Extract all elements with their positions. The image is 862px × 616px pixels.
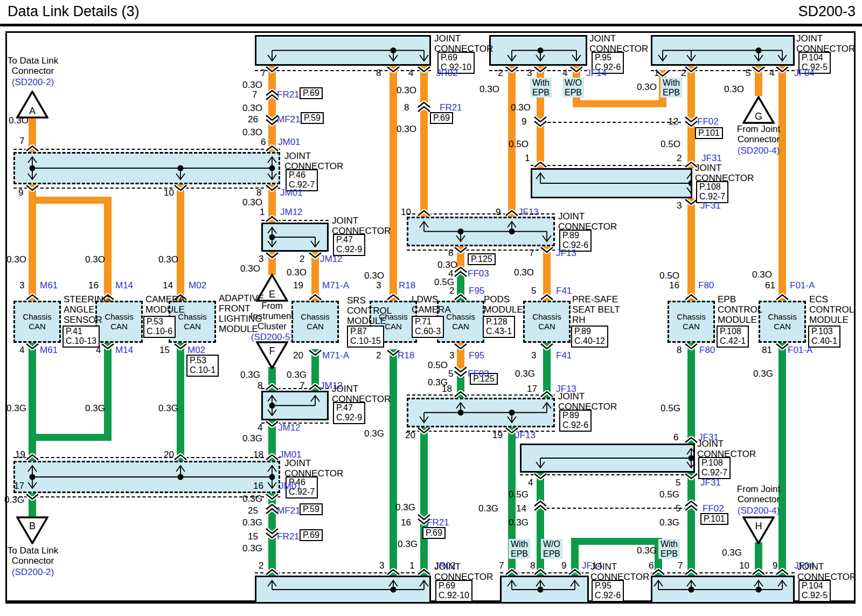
wire-vertical (104, 343, 112, 441)
pin-arrow (505, 209, 519, 217)
module-box: Chassis CAN (13, 301, 61, 343)
label: JOINT CONNECTOR (558, 391, 617, 412)
page-ref: P.108 C.92-7 (696, 181, 728, 203)
joint-connector-box (651, 35, 795, 66)
page-ref: P.69 (300, 87, 323, 99)
label: 7 (252, 89, 257, 100)
label: 0.3G (242, 517, 262, 528)
label: (SD200-2) (3, 77, 63, 87)
label: 9 (773, 560, 777, 571)
dashed-line (651, 572, 795, 573)
page-ref: P.128 C.43-1 (483, 316, 515, 338)
svg-text:H: H (755, 521, 762, 531)
pin-arrow (25, 293, 39, 301)
label: From Joint Connector (726, 124, 791, 144)
label: JF13 (518, 207, 539, 217)
wire-vertical (104, 197, 112, 301)
label: 0.3G (637, 545, 657, 556)
dashed-line (546, 508, 687, 509)
label: 0.3G (4, 495, 24, 505)
label: 7 (261, 68, 266, 78)
joint-connector-box (651, 576, 795, 604)
pin-arrow (265, 184, 279, 192)
page-ref: P.69 (422, 527, 446, 539)
label: 1 (525, 153, 530, 163)
page-ref: P.69 (430, 112, 453, 124)
label: 8 (677, 345, 682, 355)
label: JOINT CONNECTOR (796, 33, 855, 54)
label: M02 (189, 280, 206, 290)
page-ref: P.53 C.10-1 (186, 355, 219, 377)
label: 2 (376, 350, 381, 361)
label: JF31 (700, 477, 721, 488)
label: 0.3G (242, 433, 262, 444)
label: SRS CONTROL MODULE (347, 295, 392, 326)
pin-arrow (454, 293, 468, 301)
pin-arrow (386, 568, 400, 576)
page-ref: P.59 (300, 503, 323, 515)
pin-arrow (454, 246, 468, 254)
pin-arrow (25, 453, 39, 461)
label: F80 (699, 345, 715, 355)
label: 15 (248, 531, 258, 542)
pin-arrow (540, 343, 554, 350)
label: 19 (492, 430, 503, 440)
label: PRE-SAFE SEAT BELT RH (572, 294, 620, 325)
page-ref: P.71 C.60-3 (412, 316, 444, 338)
wire-vertical (687, 343, 695, 444)
label: 2 (681, 68, 686, 78)
pin-arrow (265, 144, 279, 152)
pin-arrow (25, 144, 39, 152)
label: 16 (253, 481, 263, 491)
pin-arrow (684, 293, 698, 301)
label: 17 (14, 481, 24, 491)
label: JOINT CONNECTOR (590, 562, 649, 582)
label: JOINT CONNECTOR (558, 211, 617, 232)
label: 0.3G (722, 548, 742, 558)
dashed-line (13, 457, 280, 458)
label: 20 (293, 350, 303, 361)
inline-connector-chevron (533, 500, 547, 511)
page-ref: P.69 C.92-10 (435, 580, 472, 602)
label: 0.3O (6, 254, 26, 265)
pin-arrow (568, 568, 582, 576)
label: STEERING ANGLE SENSOR (64, 294, 110, 325)
page-ref: P.41 C.10-13 (62, 326, 100, 348)
label: JM12 (280, 207, 303, 217)
page-ref: P.87 C.10-15 (347, 326, 384, 348)
wire-vertical (778, 66, 786, 301)
pin-arrow (25, 343, 39, 350)
inline-connector-chevron (684, 116, 698, 128)
label: 14 (516, 503, 526, 514)
label: 7 (678, 560, 683, 571)
label: 9 (522, 116, 526, 127)
page-ref: P.108 C.92-7 (698, 457, 731, 479)
label: F80 (698, 280, 714, 290)
pin-arrow (265, 383, 279, 391)
label: 0.3O (397, 124, 416, 134)
label: 6 (673, 432, 678, 442)
label: 8 (448, 248, 453, 258)
page-ref: P.53 C.10-6 (143, 316, 176, 338)
wire-horizontal (571, 538, 662, 545)
label: F95 (469, 286, 484, 296)
page-ref: P.59 (301, 112, 324, 124)
module-box: Chassis CAN (523, 301, 571, 343)
pin-arrow (173, 184, 187, 192)
label: LDWS CAMERA (412, 294, 451, 315)
variant-badge: With EPB (509, 539, 530, 559)
label: 26 (248, 114, 258, 124)
label: 0.3O (364, 271, 384, 281)
label: 18 (442, 384, 452, 394)
label: 0.3G (395, 502, 415, 513)
label: ECS CONTROL MODULE (809, 294, 854, 325)
label: ADAPTIVE FRONT LIGHTING MODULE (219, 293, 264, 334)
page-ref: P.103 C.40-1 (808, 326, 840, 348)
variant-badge: W/O EPB (541, 539, 562, 559)
pin-arrow (308, 293, 322, 301)
label: 4 (528, 477, 533, 488)
label: 0.3O (397, 85, 416, 95)
variant-badge: With EPB (661, 78, 682, 98)
label: FF03 (468, 369, 489, 379)
wire-vertical (543, 246, 551, 301)
